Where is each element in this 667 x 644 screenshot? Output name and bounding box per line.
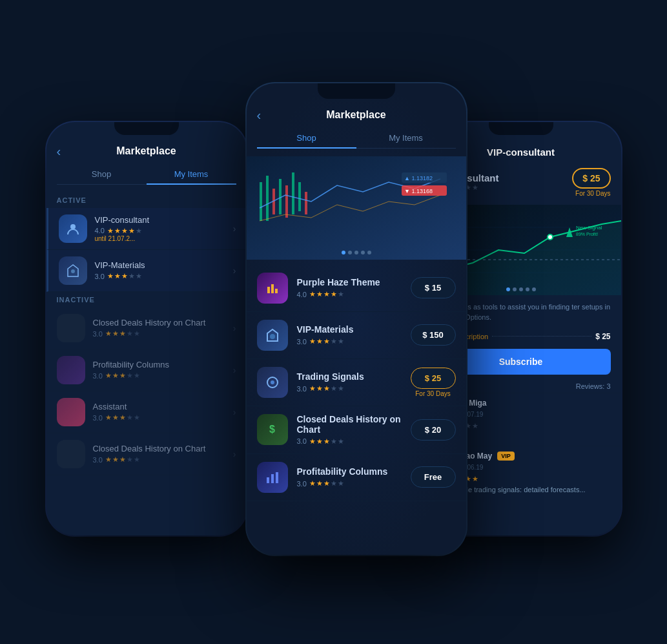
svg-text:89% Profit!: 89% Profit! <box>576 232 598 236</box>
svg-point-20 <box>271 380 274 384</box>
svg-rect-23 <box>276 472 278 483</box>
banner-dots-right <box>506 287 536 291</box>
tab-shop-center[interactable]: Shop <box>257 128 356 148</box>
vip-consultant-stars: ★★★★★ <box>107 227 143 235</box>
center-phone: ‹ Marketplace Shop My Items <box>247 83 466 555</box>
svg-rect-4 <box>266 176 269 221</box>
svg-rect-8 <box>292 172 294 214</box>
trading-signals-name: Trading Signals <box>297 371 411 382</box>
trading-signals-price-container: $ 25 For 30 Days <box>411 368 456 397</box>
vip-consultant-rating: 4.0 ★★★★★ <box>95 227 228 235</box>
vip-price-sub: For 30 Days <box>572 190 610 197</box>
trading-signals-rating: 3.0 ★★★★★ <box>297 384 411 393</box>
closed-deals-price-btn[interactable]: $ 20 <box>411 419 456 441</box>
header-center: ‹ Marketplace <box>247 105 466 128</box>
closed-deals-name-2: Closed Deals History on Chart <box>93 444 228 453</box>
section-active-left: ACTIVE <box>46 192 247 208</box>
svg-rect-22 <box>271 474 274 483</box>
vip-materials-name: VIP-Materials <box>95 260 228 270</box>
profitability-shop-rating: 3.0 ★★★★★ <box>297 479 411 488</box>
closed-deals-shop-stars: ★★★★★ <box>309 437 345 446</box>
list-item[interactable]: VIP-consultant 4.0 ★★★★★ until 21.07.2..… <box>46 208 247 250</box>
chevron-icon: › <box>233 365 236 375</box>
closed-deals-shop-icon: $ <box>257 414 288 445</box>
closed-deals-name-1: Closed Deals History on Chart <box>93 318 228 327</box>
svg-text:New Signal: New Signal <box>576 225 602 231</box>
list-item[interactable]: VIP-Materials 3.0 ★★★★★ › <box>46 250 247 292</box>
trading-signals-icon <box>257 367 288 398</box>
closed-deals-shop-info: Closed Deals History on Chart 3.0 ★★★★★ <box>297 414 411 446</box>
dot <box>532 287 536 291</box>
chevron-icon: › <box>233 265 236 276</box>
back-button-center[interactable]: ‹ <box>257 108 276 123</box>
tab-myitems-center[interactable]: My Items <box>356 128 456 148</box>
dot <box>506 287 510 291</box>
title-center: Marketplace <box>276 109 436 121</box>
closed-deals-stars-2: ★★★★★ <box>105 455 141 464</box>
vip-consultant-info: VIP-consultant 4.0 ★★★★★ until 21.07.2..… <box>95 215 228 242</box>
vip-materials-shop-rating: 3.0 ★★★★★ <box>297 337 411 346</box>
profitability-price-btn[interactable]: Free <box>411 466 456 488</box>
closed-deals-rating-2: 3.0 ★★★★★ <box>93 455 228 464</box>
shop-item-purple-haze[interactable]: Purple Haze Theme 4.0 ★★★★★ $ 15 <box>247 265 466 312</box>
subscription-dots <box>492 336 591 337</box>
title-left: Marketplace <box>76 145 217 157</box>
svg-rect-21 <box>267 477 269 483</box>
dot <box>348 251 352 254</box>
tabs-left: Shop My Items <box>57 164 236 185</box>
dot <box>367 251 371 254</box>
dot <box>513 287 517 291</box>
closed-deals-icon-1 <box>57 314 85 342</box>
svg-point-18 <box>270 334 275 339</box>
chevron-icon: › <box>233 223 236 234</box>
vip-materials-shop-icon <box>257 320 288 351</box>
trading-signals-price-btn[interactable]: $ 25 <box>411 368 456 389</box>
section-inactive-left: INACTIVE <box>46 292 247 307</box>
svg-rect-17 <box>275 289 278 293</box>
tab-myitems-left[interactable]: My Items <box>147 164 236 184</box>
shop-item-closed-deals[interactable]: $ Closed Deals History on Chart 3.0 ★★★★… <box>247 406 466 454</box>
profitability-icon <box>57 356 85 384</box>
purple-haze-price-btn[interactable]: $ 15 <box>411 277 456 298</box>
profitability-name: Profitability Columns <box>93 360 228 369</box>
vip-consultant-name: VIP-consultant <box>95 215 228 225</box>
vip-materials-price-btn[interactable]: $ 150 <box>411 324 456 346</box>
closed-deals-shop-rating: 3.0 ★★★★★ <box>297 437 411 446</box>
shop-item-vip-materials[interactable]: VIP-Materials 3.0 ★★★★★ $ 150 <box>247 312 466 359</box>
list-item[interactable]: Assistant 3.0 ★★★★★ › <box>46 391 247 433</box>
vip-materials-icon <box>59 256 87 285</box>
vip-materials-price-container: $ 150 <box>411 324 456 346</box>
list-item[interactable]: Closed Deals History on Chart 3.0 ★★★★★ … <box>46 433 247 475</box>
purple-haze-name: Purple Haze Theme <box>297 277 411 287</box>
list-item[interactable]: Closed Deals History on Chart 3.0 ★★★★★ … <box>46 307 247 349</box>
chevron-icon: › <box>233 323 236 333</box>
trading-signals-stars: ★★★★★ <box>309 384 345 393</box>
profitability-price-container: Free <box>411 466 456 488</box>
vip-materials-shop-stars: ★★★★★ <box>309 337 345 346</box>
dot <box>526 287 529 291</box>
assistant-stars: ★★★★★ <box>105 413 141 422</box>
subscription-price: $ 25 <box>595 332 610 341</box>
vip-materials-shop-info: VIP-Materials 3.0 ★★★★★ <box>297 324 411 346</box>
shop-item-profitability[interactable]: Profitability Columns 3.0 ★★★★★ Free <box>247 454 466 501</box>
profitability-rating: 3.0 ★★★★★ <box>93 371 228 380</box>
purple-haze-price-container: $ 15 <box>411 277 456 298</box>
chevron-icon: › <box>233 407 236 417</box>
vip-price-badge: $ 25 <box>572 168 610 189</box>
list-item[interactable]: Profitability Columns 3.0 ★★★★★ › <box>46 349 247 391</box>
back-button-left[interactable]: ‹ <box>57 144 76 159</box>
purple-haze-info: Purple Haze Theme 4.0 ★★★★★ <box>297 277 411 298</box>
banner-center: ▲ 1.13182 ▼ 1.13168 <box>247 156 466 260</box>
header-left: ‹ Marketplace <box>46 141 247 164</box>
closed-deals-stars-1: ★★★★★ <box>105 329 141 338</box>
assistant-rating: 3.0 ★★★★★ <box>93 413 228 422</box>
vip-consultant-icon <box>59 214 87 243</box>
shop-item-trading-signals[interactable]: Trading Signals 3.0 ★★★★★ $ 25 For 30 Da… <box>247 359 466 406</box>
svg-rect-15 <box>267 287 270 293</box>
status-bar-left <box>46 135 247 141</box>
svg-text:▲ 1.13182: ▲ 1.13182 <box>404 175 433 182</box>
svg-point-1 <box>71 269 75 273</box>
svg-point-0 <box>70 224 76 229</box>
tab-shop-left[interactable]: Shop <box>57 164 147 184</box>
banner-dots-center <box>342 251 371 254</box>
